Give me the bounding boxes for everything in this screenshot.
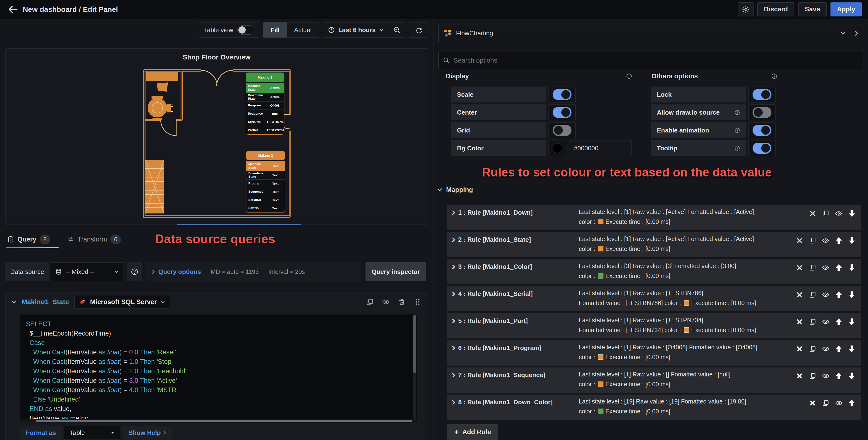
mapping-rule-row[interactable]: 6 : Rule [Makino1_Program]Last state lev… — [447, 340, 861, 366]
rule-delete-icon[interactable] — [808, 209, 817, 217]
datasource-select[interactable]: -- Mixed -- — [51, 262, 123, 281]
rule-visibility-eye-icon[interactable] — [822, 291, 830, 299]
rule-move-up-icon[interactable] — [835, 236, 843, 245]
rule-visibility-eye-icon[interactable] — [822, 372, 830, 380]
panel-settings-gear-button[interactable] — [738, 2, 753, 16]
rule-delete-icon[interactable] — [795, 372, 804, 380]
rule-duplicate-icon[interactable] — [808, 264, 817, 272]
scrollbar-thumb[interactable] — [36, 420, 412, 422]
rule-move-up-icon[interactable] — [835, 345, 843, 353]
rule-move-down-icon[interactable] — [848, 209, 856, 217]
rule-move-up-icon[interactable] — [848, 399, 856, 407]
sql-code[interactable]: SELECT $__timeEpoch(RecordTime), Case Wh… — [20, 314, 413, 419]
rule-visibility-eye-icon[interactable] — [822, 264, 830, 272]
rule-move-up-icon[interactable] — [835, 264, 843, 272]
code-vertical-scrollbar[interactable] — [413, 315, 416, 419]
mapping-section-header[interactable]: Mapping — [437, 184, 473, 195]
rule-delete-icon[interactable] — [795, 345, 804, 353]
rule-move-down-icon[interactable] — [848, 318, 856, 326]
rule-move-up-icon[interactable] — [835, 372, 843, 380]
show-help-link[interactable]: Show Help — [122, 426, 172, 440]
rule-delete-icon[interactable] — [795, 318, 804, 326]
rule-visibility-eye-icon[interactable] — [835, 209, 843, 217]
rule-duplicate-icon[interactable] — [808, 291, 817, 299]
hide-query-eye-button[interactable] — [382, 298, 390, 306]
query-options-expander[interactable]: Query options — [152, 268, 201, 276]
collapse-chevron-icon[interactable] — [11, 300, 16, 304]
rule-move-down-icon[interactable] — [848, 345, 856, 353]
save-button[interactable]: Save — [798, 2, 827, 16]
chevron-down-icon[interactable] — [840, 31, 845, 35]
toggle-switch-lock[interactable] — [752, 89, 771, 100]
toggle-switch-enable-animation[interactable] — [752, 125, 771, 136]
display-info-icon[interactable] — [626, 73, 632, 79]
add-rule-button[interactable]: Add Rule — [447, 424, 498, 440]
rule-duplicate-icon[interactable] — [808, 372, 817, 380]
back-arrow-icon[interactable] — [6, 3, 19, 16]
toggle-switch-scale[interactable] — [553, 89, 571, 100]
mapping-rule-row[interactable]: 5 : Rule [Makino1_Part]Last state level … — [447, 313, 861, 338]
delete-query-trash-button[interactable] — [398, 298, 406, 306]
discard-button[interactable]: Discard — [757, 2, 795, 16]
rule-move-down-icon[interactable] — [848, 264, 856, 272]
tab-query[interactable]: Query 8 — [7, 235, 50, 244]
mapping-rule-row[interactable]: 7 : Rule [Makino1_Sequence]Last state le… — [447, 368, 861, 393]
format-as-select[interactable]: Table — [64, 426, 120, 440]
duplicate-query-button[interactable] — [366, 298, 374, 306]
toggle-switch-grid[interactable] — [553, 125, 571, 136]
mapping-rule-row[interactable]: 1 : Rule [Makino1_Down]Last state level … — [447, 205, 861, 230]
info-icon[interactable] — [734, 109, 740, 115]
rule-duplicate-icon[interactable] — [808, 318, 817, 326]
query-inspector-button[interactable]: Query inspector — [366, 262, 426, 281]
mapping-rule-row[interactable]: 3 : Rule [Makino1_Color]Last state level… — [447, 259, 861, 284]
actual-option[interactable]: Actual — [287, 23, 319, 37]
visualization-picker[interactable]: FlowCharting — [438, 24, 863, 42]
rule-move-down-icon[interactable] — [848, 291, 856, 299]
rule-delete-icon[interactable] — [808, 399, 817, 407]
fill-option[interactable]: Fill — [264, 23, 287, 37]
rule-duplicate-icon[interactable] — [822, 209, 830, 217]
scrollbar-thumb[interactable] — [413, 315, 416, 373]
apply-button[interactable]: Apply — [831, 2, 862, 16]
mapping-rule-row[interactable]: 4 : Rule [Makino1_Serial]Last state leve… — [447, 286, 861, 311]
table-view-toggle[interactable] — [237, 25, 254, 35]
drag-handle[interactable] — [414, 298, 422, 306]
rule-move-up-icon[interactable] — [835, 318, 843, 326]
rule-move-down-icon[interactable] — [848, 372, 856, 380]
toggle-switch-center[interactable] — [553, 107, 571, 118]
rule-delete-icon[interactable] — [795, 264, 804, 272]
zoom-out-button[interactable] — [389, 22, 405, 38]
rule-duplicate-icon[interactable] — [808, 236, 817, 245]
mapping-rule-row[interactable]: 2 : Rule [Makino1_State]Last state level… — [447, 232, 861, 257]
query-datasource-select[interactable]: Microsoft SQL Server — [74, 295, 170, 309]
bg-color-input[interactable] — [569, 140, 632, 156]
tab-transform[interactable]: Transform 0 — [67, 235, 121, 244]
refresh-button[interactable] — [409, 22, 428, 38]
code-horizontal-scrollbar[interactable] — [20, 419, 416, 423]
rule-visibility-eye-icon[interactable] — [822, 318, 830, 326]
toggle-switch-allow-draw-io-source[interactable] — [752, 107, 771, 118]
others-info-icon[interactable] — [771, 73, 777, 79]
rule-delete-icon[interactable] — [795, 236, 804, 245]
rule-visibility-eye-icon[interactable] — [822, 236, 830, 245]
collapse-pane-chevron-icon[interactable] — [855, 30, 858, 36]
rule-visibility-eye-icon[interactable] — [822, 345, 830, 353]
query-ref-name[interactable]: Makino1_State — [22, 298, 69, 306]
rule-move-up-icon[interactable] — [835, 291, 843, 299]
search-options-input[interactable] — [453, 57, 859, 65]
info-icon[interactable] — [734, 145, 740, 151]
toggle-switch-tooltip[interactable] — [752, 143, 771, 154]
time-range-picker[interactable]: Last 6 hours — [323, 26, 389, 34]
datasource-help-button[interactable] — [127, 262, 142, 281]
rule-visibility-eye-icon[interactable] — [835, 399, 843, 407]
mapping-rule-row[interactable]: 8 : Rule [Makino1_Down_Color]Last state … — [447, 395, 861, 420]
rule-duplicate-icon[interactable] — [808, 345, 817, 353]
rule-duplicate-icon[interactable] — [822, 399, 830, 407]
bg-color-swatch[interactable] — [549, 140, 566, 156]
info-icon[interactable] — [734, 127, 740, 133]
sql-code-editor[interactable]: SELECT $__timeEpoch(RecordTime), Case Wh… — [20, 314, 416, 423]
scrollbar-thumb[interactable] — [177, 224, 301, 225]
rule-move-down-icon[interactable] — [848, 236, 856, 245]
rule-delete-icon[interactable] — [795, 291, 804, 299]
panel-horizontal-scrollbar[interactable] — [5, 224, 428, 225]
